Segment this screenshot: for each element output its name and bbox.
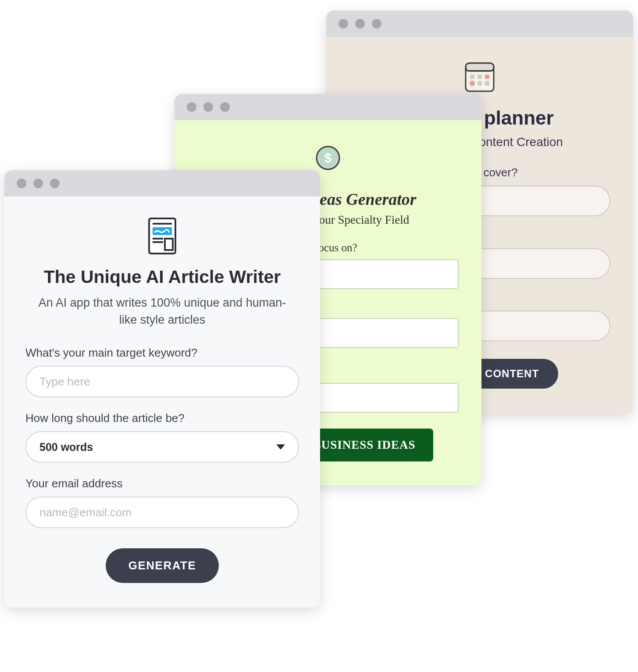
svg-text:$: $ <box>324 150 332 165</box>
traffic-dot <box>355 19 365 29</box>
svg-rect-4 <box>478 75 482 79</box>
traffic-dot <box>187 102 196 112</box>
length-select-wrap: 500 words <box>25 431 299 463</box>
email-label: Your email address <box>25 477 123 490</box>
traffic-dot <box>203 102 213 112</box>
traffic-dot <box>33 179 43 188</box>
app-subtitle: An AI app that writes 100% unique and hu… <box>35 294 289 329</box>
titlebar <box>326 11 633 37</box>
titlebar <box>175 94 481 120</box>
svg-rect-14 <box>153 238 163 239</box>
svg-rect-1 <box>466 63 494 71</box>
svg-rect-2 <box>466 70 494 71</box>
svg-rect-3 <box>470 75 474 79</box>
traffic-dot <box>339 19 348 29</box>
svg-rect-12 <box>153 223 172 225</box>
article-page-icon <box>140 214 184 258</box>
traffic-dot <box>17 179 26 188</box>
chevron-down-icon <box>276 444 285 450</box>
calendar-icon <box>458 55 502 99</box>
svg-rect-16 <box>165 239 173 250</box>
svg-rect-15 <box>153 241 163 243</box>
keyword-label: What's your main target keyword? <box>25 346 197 360</box>
window-body: The Unique AI Article Writer An AI app t… <box>4 197 320 608</box>
article-writer-window: The Unique AI Article Writer An AI app t… <box>4 170 320 608</box>
svg-rect-7 <box>478 81 482 86</box>
traffic-dot <box>50 179 60 188</box>
svg-rect-8 <box>485 81 489 86</box>
svg-point-6 <box>470 81 475 86</box>
email-input[interactable] <box>25 497 299 528</box>
keyword-input[interactable] <box>25 366 299 397</box>
svg-rect-5 <box>485 75 489 79</box>
traffic-dot <box>220 102 230 112</box>
generate-button[interactable]: GENERATE <box>106 548 219 583</box>
length-select[interactable]: 500 words <box>25 431 299 463</box>
length-label: How long should the article be? <box>25 411 185 425</box>
select-value: 500 words <box>39 441 93 454</box>
traffic-dot <box>372 19 381 29</box>
app-title: The Unique AI Article Writer <box>44 267 281 287</box>
titlebar <box>4 170 320 197</box>
